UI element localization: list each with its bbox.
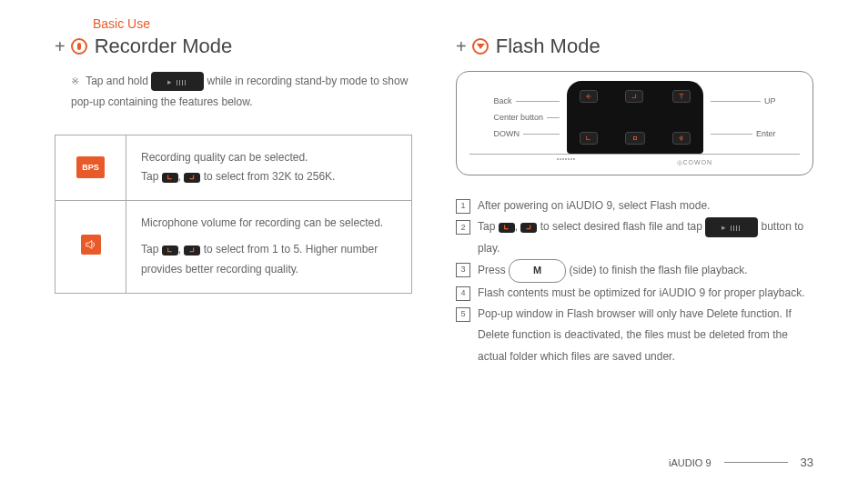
device-back-key-icon [580,90,598,103]
device-up2-key-icon [672,90,691,103]
play-hold-button-icon [151,72,204,91]
up-right-key-icon [520,223,537,233]
step-3: Press M (side) to finish the flash file … [456,259,813,282]
note-mark-icon: ※ [71,75,79,86]
label-down: DOWN [494,129,520,138]
controls-diagram: Back Center button DOWN UP x [456,71,813,175]
right-labels: UP x Enter [711,96,776,138]
flash-section: + Flash Mode Back Center button DOWN [456,35,813,367]
device-enter-key-icon [672,132,691,145]
product-name: iAUDIO 9 [669,457,711,468]
vol-desc: Microphone volume for recording can be s… [126,200,412,293]
step-4: Flash contents must be optimized for iAU… [456,283,813,304]
page-footer: iAUDIO 9 33 [669,456,813,469]
bps-desc: Recording quality can be selected. Tap ,… [126,135,412,200]
page-number: 33 [801,456,813,469]
bps-badge-icon: BPS [76,156,105,178]
device-up-key-icon [625,90,643,103]
label-enter: Enter [756,129,776,138]
play-button-icon [705,217,758,237]
manual-page: Basic Use + Recorder Mode ※ Tap and hold… [0,0,868,376]
svg-rect-0 [633,136,636,139]
step-5: Pop-up window in Flash browser will only… [456,304,813,367]
left-labels: Back Center button DOWN [494,96,560,138]
flash-title: Flash Mode [496,35,601,58]
up-right-key-icon [184,173,200,183]
device-strip: ◎COWON [469,154,800,167]
device-icon [567,81,703,154]
down-left-key-icon [162,173,178,183]
flash-heading: + Flash Mode [456,35,813,58]
table-row: BPS Recording quality can be selected. T… [56,135,412,200]
vol-line1: Microphone volume for recording can be s… [141,214,397,234]
mic-icon [71,38,87,55]
flash-icon [472,38,489,55]
label-center: Center button [494,113,544,122]
m-button-icon: M [509,259,566,282]
brand-label: ◎COWON [677,159,713,166]
label-up: UP [764,96,776,105]
vol-line2: Tap , to select from 1 to 5. Higher numb… [141,240,397,279]
vol-cell [56,200,126,293]
plus-icon: + [456,36,467,57]
recorder-intro: ※ Tap and hold while in recording stand-… [71,71,412,113]
bps-line2: Tap , to select from 32K to 256K. [141,167,397,187]
speaker-dots-icon [557,158,575,167]
speaker-badge-icon [81,235,101,255]
up-right-key-icon [184,246,200,256]
bps-line1: Recording quality can be selected. [141,148,397,168]
recorder-title: Recorder Mode [95,35,233,58]
plus-icon: + [55,36,66,57]
label-back: Back [494,96,512,105]
recorder-heading: + Recorder Mode [55,35,412,58]
bps-cell: BPS [56,135,126,200]
down-left-key-icon [162,246,178,256]
step-1: After powering on iAUDIO 9, select Flash… [456,195,813,216]
breadcrumb: Basic Use [93,16,813,31]
intro-text-pre: Tap and hold [86,75,151,87]
flash-steps: After powering on iAUDIO 9, select Flash… [456,195,813,367]
device-down-key-icon [580,132,598,145]
down-left-key-icon [499,223,515,233]
footer-rule [724,462,788,463]
device-center-key-icon [625,132,645,145]
step-2: Tap , to select desired flash file and t… [456,216,813,259]
table-row: Microphone volume for recording can be s… [56,200,412,293]
recorder-table: BPS Recording quality can be selected. T… [55,135,412,294]
recorder-section: + Recorder Mode ※ Tap and hold while in … [55,35,412,367]
